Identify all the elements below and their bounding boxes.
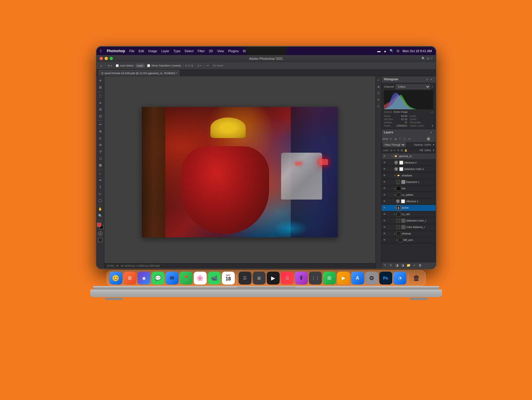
search-menubar-icon[interactable]: 🔍 xyxy=(390,49,394,53)
pen-tool[interactable]: ✒ xyxy=(97,178,103,183)
screen-mode-icon[interactable] xyxy=(98,238,102,242)
layers-blend-mode[interactable]: Pass Through Normal Multiply xyxy=(383,142,406,147)
layer-folder-btn[interactable]: 📁 xyxy=(406,263,411,268)
lock-all-icon[interactable]: 🔒 xyxy=(404,149,407,152)
dock-appgrid[interactable]: ⊞ xyxy=(253,272,266,285)
artboard-tool[interactable]: ⊞ xyxy=(97,85,103,91)
ps-search-icon[interactable]: 🔍 xyxy=(421,57,425,60)
layer-fx-btn[interactable]: fx xyxy=(389,263,393,268)
layer-eye-la[interactable]: 👁 xyxy=(383,238,386,242)
panel-cc-icon[interactable]: ⊕ xyxy=(376,97,381,102)
layer-arrow-ccr[interactable]: ▾ xyxy=(394,213,395,216)
gradient-tool[interactable]: ▦ xyxy=(97,162,103,168)
layer-cleanup[interactable]: 👁 ▾ cleanup xyxy=(382,231,436,237)
path-select-tool[interactable]: ▷ xyxy=(97,191,103,197)
dock-music[interactable]: ♫ xyxy=(281,272,294,285)
close-button[interactable] xyxy=(100,57,103,60)
ps-arrange-icon[interactable]: ⊞ xyxy=(427,57,429,60)
layer-exposure1[interactable]: 👁 Exposure 1 xyxy=(382,179,436,185)
dock-facetime[interactable]: 📹 xyxy=(208,272,221,285)
menubar-file[interactable]: File xyxy=(129,49,135,53)
dock-messages[interactable]: 💬 xyxy=(152,272,164,285)
home-icon[interactable]: ⌂ xyxy=(98,63,104,68)
filter-pixel-icon[interactable]: ⊡ xyxy=(389,137,393,141)
dock-trash[interactable]: 🗑 xyxy=(410,272,423,285)
dock-sysprefs[interactable]: ⚙ xyxy=(365,272,378,285)
zoom-tool[interactable]: 🔍 xyxy=(97,213,103,219)
filter-shape-icon[interactable]: ◯ xyxy=(403,137,407,141)
layer-filter-btn[interactable]: f xyxy=(383,263,387,268)
ps-menu-icon[interactable]: ≡ xyxy=(431,57,433,60)
histogram-collapse[interactable]: ▾ xyxy=(430,78,433,81)
dock-photos[interactable]: 🌸 xyxy=(194,272,207,285)
dock-siri[interactable]: ◉ xyxy=(137,272,150,285)
dock-numbers[interactable]: ⊞ xyxy=(323,272,336,285)
layer-selective-color1[interactable]: 👁 ◑ Selective Color 1 xyxy=(382,166,436,173)
menubar-layer[interactable]: Layer xyxy=(161,49,169,53)
dock-appletv[interactable]: ▶ xyxy=(267,272,280,285)
layer-eye-scr[interactable]: 👁 xyxy=(383,219,386,222)
eraser-tool[interactable]: ◻ xyxy=(97,156,103,161)
panel-props-icon[interactable]: ☰ xyxy=(376,91,381,96)
menubar-filter[interactable]: Filter xyxy=(198,49,205,53)
move-tool[interactable]: ✛ xyxy=(97,78,103,84)
eyedropper-tool[interactable]: ✏ xyxy=(97,122,103,128)
layers-collapse[interactable]: ▾ xyxy=(430,131,433,134)
layer-shadows[interactable]: 👁 ▾ 📁 shadows xyxy=(382,173,436,179)
layer-eye-vibrance2[interactable]: 👁 xyxy=(383,161,386,164)
layer-button[interactable]: Layer xyxy=(135,64,145,68)
menubar-type[interactable]: Type xyxy=(174,49,181,53)
layer-arrow-ccy[interactable]: ▾ xyxy=(394,194,395,196)
layer-cc-yellow[interactable]: 👁 ▾ cc_yellow xyxy=(382,192,436,198)
dock-launchpad[interactable]: ⊞ xyxy=(123,272,136,285)
object-select-tool[interactable]: ⊟ xyxy=(97,107,103,113)
layer-eye-exp1[interactable]: 👁 xyxy=(383,180,386,184)
lock-position-icon[interactable]: ✛ xyxy=(397,149,400,152)
filter-type-icon[interactable]: T xyxy=(398,137,402,141)
healing-tool[interactable]: ⊕ xyxy=(97,129,103,135)
layer-arrow-la[interactable]: ▾ xyxy=(396,239,397,241)
layer-eye-hat[interactable]: 👁 xyxy=(383,187,386,190)
clone-tool[interactable]: ⊛ xyxy=(97,142,103,148)
dock-photoshop[interactable]: Ps xyxy=(379,272,392,285)
auto-select-checkbox[interactable] xyxy=(116,64,119,67)
histogram-channel-select[interactable]: Colors RGB Red Green Blue xyxy=(396,84,431,89)
layer-left-arm[interactable]: 👁 ▾ left_arm xyxy=(382,237,436,244)
layer-vibrance2[interactable]: 👁 ▽ Vibrance 2 xyxy=(382,160,436,166)
histogram-options-icon[interactable]: ≡ xyxy=(431,85,433,88)
menubar-image[interactable]: Image xyxy=(148,49,157,53)
type-tool[interactable]: T xyxy=(97,184,103,190)
layer-adjust-btn[interactable]: ◑ xyxy=(400,263,405,268)
layer-eye-cbr[interactable]: 👁 xyxy=(383,225,386,229)
layer-delete-btn[interactable]: 🗑 xyxy=(418,263,423,268)
layer-jacket[interactable]: 👁 ▾ ♟ jacket xyxy=(382,205,436,211)
more-icon[interactable]: ••• xyxy=(206,64,209,67)
layer-arrow-jacket[interactable]: ▾ xyxy=(394,207,395,209)
layer-eye-cleanup[interactable]: 👁 xyxy=(383,232,386,235)
dock-appstore[interactable]: A xyxy=(351,272,364,285)
layer-eye-general-cc[interactable]: 👁 xyxy=(383,154,386,158)
dock-screentime[interactable]: ◔ xyxy=(393,272,406,285)
layer-vibrance1[interactable]: 👁 ▽ Vibrance 1 xyxy=(382,198,436,205)
dodge-tool[interactable]: ○ xyxy=(97,171,103,177)
dock-mail[interactable]: ✉ xyxy=(166,272,179,285)
layers-filter-toggle[interactable] xyxy=(426,137,434,141)
ps-document-tab[interactable]: ⊙ Jamil Portrait 16 Edit.psb @ 12.5% (ge… xyxy=(98,70,180,76)
fill-options-icon[interactable]: ▾ xyxy=(433,149,434,152)
lock-image-icon[interactable]: ✏ xyxy=(394,149,396,152)
layer-selective-color-r[interactable]: 👁 Selective Color_r xyxy=(382,218,436,224)
layer-eye-ccy[interactable]: 👁 xyxy=(383,193,386,197)
layer-arrow-hat[interactable]: ▾ xyxy=(394,187,395,190)
fg-bg-colors[interactable] xyxy=(97,223,103,229)
menubar-plugins[interactable]: Plugins xyxy=(228,49,239,53)
lasso-tool[interactable]: ⌀ xyxy=(97,100,103,106)
histogram-refresh-icon[interactable]: ↻ xyxy=(426,78,429,81)
dock-calendar[interactable]: OCT 18 xyxy=(222,272,235,285)
layer-general-cc[interactable]: 👁 ▾ 📁 general_cc xyxy=(382,153,436,160)
layer-hat[interactable]: 👁 ▾ hat xyxy=(382,185,436,192)
layer-mask-btn[interactable]: ◨ xyxy=(395,263,399,268)
layer-eye-sc1[interactable]: 👁 xyxy=(383,167,386,171)
brush-tool[interactable]: ∠ xyxy=(97,135,103,141)
menubar-edit[interactable]: Edit xyxy=(139,49,144,53)
filter-adjust-icon[interactable]: ◑ xyxy=(393,137,397,141)
